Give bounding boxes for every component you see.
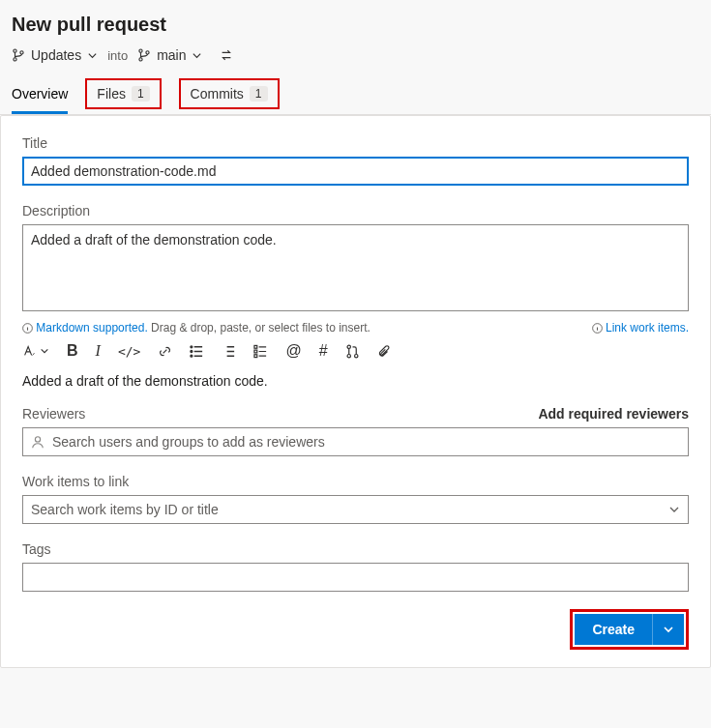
link-icon	[158, 344, 172, 359]
info-icon	[22, 323, 33, 334]
svg-point-2	[20, 51, 23, 54]
tab-overview[interactable]: Overview	[12, 76, 68, 114]
tab-commits-label: Commits	[191, 86, 244, 102]
chevron-down-icon	[87, 50, 98, 61]
svg-point-16	[354, 354, 357, 357]
markdown-supported-link[interactable]: Markdown supported.	[36, 321, 147, 335]
link-work-items-link[interactable]: Link work items.	[606, 321, 689, 335]
title-label: Title	[22, 135, 689, 151]
reviewers-label: Reviewers	[22, 406, 85, 422]
commits-count-badge: 1	[250, 86, 268, 102]
add-required-reviewers-link[interactable]: Add required reviewers	[538, 406, 689, 422]
create-dropdown-button[interactable]	[652, 614, 684, 645]
mention-button[interactable]: @	[285, 342, 301, 360]
bullet-list-icon	[190, 344, 204, 359]
checklist-icon	[253, 344, 268, 359]
svg-rect-13	[254, 354, 257, 357]
work-items-select[interactable]: Search work items by ID or title	[22, 495, 689, 524]
bullet-list-button[interactable]	[190, 344, 204, 359]
chevron-down-icon	[668, 504, 680, 515]
tags-label: Tags	[22, 541, 689, 557]
reviewers-search-input[interactable]: Search users and groups to add as review…	[22, 427, 689, 456]
create-button-highlight: Create	[570, 609, 689, 650]
title-input[interactable]	[22, 157, 689, 186]
svg-point-4	[139, 58, 142, 61]
reviewers-placeholder: Search users and groups to add as review…	[52, 434, 325, 450]
attach-button[interactable]	[377, 344, 391, 359]
tab-commits[interactable]: Commits 1	[179, 78, 280, 109]
pull-request-icon	[345, 344, 360, 359]
svg-rect-11	[254, 345, 257, 348]
svg-point-3	[139, 49, 142, 52]
description-label: Description	[22, 203, 689, 218]
link-button[interactable]	[158, 344, 172, 359]
svg-point-10	[191, 355, 193, 357]
numbered-list-icon	[222, 344, 236, 359]
description-preview: Added a draft of the demonstration code.	[22, 373, 689, 389]
pr-link-button[interactable]	[345, 344, 360, 359]
source-branch-label: Updates	[31, 47, 81, 63]
tab-files-label: Files	[97, 86, 126, 102]
text-style-icon	[22, 344, 36, 358]
paperclip-icon	[377, 344, 391, 359]
code-button[interactable]: </>	[118, 344, 140, 359]
into-label: into	[107, 48, 128, 63]
svg-point-14	[347, 345, 350, 348]
svg-point-5	[146, 51, 149, 54]
info-icon	[592, 323, 603, 334]
svg-point-9	[191, 350, 193, 352]
bold-button[interactable]: B	[67, 342, 78, 360]
tabs: Overview Files 1 Commits 1	[0, 76, 711, 115]
chevron-down-icon	[663, 624, 674, 635]
form-panel: Title Description Markdown supported. Dr…	[0, 115, 711, 668]
checklist-button[interactable]	[253, 344, 268, 359]
svg-rect-12	[254, 350, 257, 353]
swap-icon	[220, 48, 233, 62]
target-branch-label: main	[157, 47, 186, 63]
target-branch-selector[interactable]: main	[137, 47, 202, 63]
svg-point-8	[191, 345, 193, 347]
tags-input[interactable]	[22, 563, 689, 592]
svg-point-0	[14, 49, 16, 52]
branch-icon	[137, 48, 151, 62]
work-items-placeholder: Search work items by ID or title	[31, 502, 219, 517]
create-button[interactable]: Create	[575, 614, 652, 645]
source-branch-selector[interactable]: Updates	[12, 47, 98, 63]
page-title: New pull request	[12, 14, 699, 36]
description-textarea[interactable]	[22, 224, 689, 311]
person-icon	[31, 435, 44, 449]
svg-point-15	[347, 354, 350, 357]
work-items-label: Work items to link	[22, 474, 689, 489]
heading-dropdown[interactable]	[22, 344, 49, 358]
numbered-list-button[interactable]	[222, 344, 236, 359]
svg-point-17	[35, 437, 40, 442]
chevron-down-icon	[192, 50, 202, 61]
swap-branches-button[interactable]	[220, 48, 233, 62]
branch-selector-row: Updates into main	[12, 47, 699, 63]
chevron-down-icon	[40, 346, 49, 356]
drag-drop-hint: Drag & drop, paste, or select files to i…	[151, 321, 370, 335]
italic-button[interactable]: I	[96, 342, 101, 360]
markdown-hint: Markdown supported. Drag & drop, paste, …	[22, 321, 370, 335]
svg-point-1	[14, 58, 16, 61]
hash-button[interactable]: #	[319, 342, 328, 360]
tab-files[interactable]: Files 1	[85, 78, 161, 109]
editor-toolbar: B I </> @ #	[22, 342, 689, 360]
files-count-badge: 1	[132, 86, 150, 102]
branch-icon	[12, 48, 25, 62]
